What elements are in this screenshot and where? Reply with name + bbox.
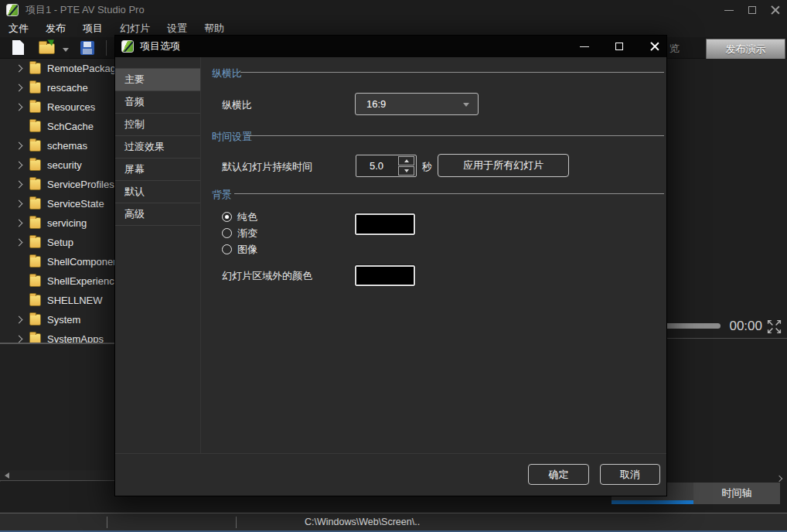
folder-tree: RemotePackages rescache Resources SchCac… bbox=[0, 59, 118, 343]
radio-option[interactable]: 纯色 bbox=[222, 209, 257, 225]
project-options-dialog: 项目选项 主要音频控制过渡效果屏幕默认高级 纵横比 纵横比 16:9 时间设置 … bbox=[114, 35, 667, 496]
tree-item[interactable]: RemotePackages bbox=[0, 59, 118, 78]
tree-item[interactable]: SystemApps bbox=[0, 329, 118, 343]
outside-color-swatch[interactable] bbox=[355, 265, 415, 286]
duration-value[interactable]: 5.0 bbox=[356, 155, 397, 176]
radio-icon[interactable] bbox=[222, 212, 232, 222]
fullscreen-icon[interactable] bbox=[766, 319, 782, 336]
spinner-up-button[interactable] bbox=[398, 156, 414, 165]
close-button[interactable] bbox=[764, 2, 787, 19]
tree-item-label: servicing bbox=[47, 217, 87, 229]
minimize-button[interactable] bbox=[717, 2, 741, 19]
toolbar-separator bbox=[106, 40, 107, 56]
maximize-icon bbox=[748, 6, 756, 14]
folder-icon bbox=[29, 275, 41, 287]
dialog-tab[interactable]: 控制 bbox=[115, 114, 200, 136]
menu-item[interactable]: 项目 bbox=[74, 20, 111, 37]
outside-color-label: 幻灯片区域外的颜色 bbox=[222, 269, 312, 283]
folder-icon bbox=[29, 82, 41, 94]
dialog-maximize-button[interactable] bbox=[607, 38, 632, 55]
chevron-right-icon[interactable] bbox=[15, 104, 23, 111]
menu-item[interactable]: 文件 bbox=[0, 20, 37, 37]
dialog-logo-icon bbox=[121, 40, 134, 53]
chevron-right-icon[interactable] bbox=[15, 181, 23, 189]
chevron-right-icon[interactable] bbox=[15, 142, 23, 150]
tree-item[interactable]: SHELLNEW bbox=[0, 291, 118, 310]
tree-item[interactable]: Resources bbox=[0, 97, 118, 117]
tree-item[interactable]: ShellComponents bbox=[0, 252, 118, 271]
tree-item-label: security bbox=[47, 159, 82, 171]
folder-icon bbox=[29, 295, 41, 306]
tree-item[interactable]: rescache bbox=[0, 78, 118, 97]
maximize-button[interactable] bbox=[741, 2, 764, 19]
minimize-icon bbox=[580, 46, 589, 47]
folder-icon bbox=[29, 256, 41, 268]
tree-item-label: ShellComponents bbox=[47, 256, 118, 268]
radio-icon[interactable] bbox=[222, 228, 232, 238]
aspect-ratio-label: 纵横比 bbox=[222, 98, 252, 112]
window-title: 项目1 - PTE AV Studio Pro bbox=[26, 3, 145, 17]
tree-item[interactable]: SchCache bbox=[0, 117, 118, 136]
dialog-tab[interactable]: 主要 bbox=[115, 69, 200, 91]
close-icon bbox=[650, 42, 659, 51]
folder-icon bbox=[29, 63, 41, 74]
tree-item[interactable]: ServiceProfiles bbox=[0, 175, 118, 194]
tree-item[interactable]: ShellExperiences bbox=[0, 271, 118, 291]
tree-item[interactable]: System bbox=[0, 310, 118, 329]
dialog-tab[interactable]: 过渡效果 bbox=[115, 136, 200, 159]
tree-item-label: ShellExperiences bbox=[47, 275, 118, 287]
timeline-view-button[interactable]: 时间轴 bbox=[693, 483, 780, 504]
time-display: 00:00 bbox=[725, 319, 762, 334]
tree-item[interactable]: security bbox=[0, 155, 118, 175]
ok-button[interactable]: 确定 bbox=[528, 464, 589, 485]
spinner-down-button[interactable] bbox=[398, 166, 414, 176]
dialog-tab[interactable]: 默认 bbox=[115, 181, 200, 203]
duration-spinner[interactable]: 5.0 bbox=[356, 155, 417, 177]
chevron-right-icon[interactable] bbox=[15, 220, 23, 227]
horizontal-scrollbar[interactable] bbox=[0, 470, 118, 480]
chevron-right-icon[interactable] bbox=[15, 162, 23, 169]
tree-item-label: SystemApps bbox=[47, 333, 104, 343]
radio-label: 渐变 bbox=[237, 227, 257, 240]
app-window: 项目1 - PTE AV Studio Pro 文件发布项目幻灯片设置帮助 览 … bbox=[0, 0, 787, 532]
chevron-right-icon[interactable] bbox=[15, 84, 23, 92]
section-header-aspect: 纵横比 bbox=[212, 66, 242, 80]
dialog-tab[interactable]: 高级 bbox=[115, 203, 200, 226]
radio-option[interactable]: 渐变 bbox=[222, 225, 257, 241]
tree-item[interactable]: ServiceState bbox=[0, 194, 118, 213]
folder-icon bbox=[29, 140, 41, 152]
dialog-tab[interactable]: 音频 bbox=[115, 91, 200, 114]
default-duration-label: 默认幻灯片持续时间 bbox=[222, 160, 312, 174]
tree-item[interactable]: servicing bbox=[0, 213, 118, 233]
cancel-button[interactable]: 取消 bbox=[600, 464, 660, 485]
tree-item-label: Resources bbox=[47, 101, 95, 113]
dialog-tab[interactable]: 屏幕 bbox=[115, 159, 200, 181]
dialog-title: 项目选项 bbox=[140, 39, 180, 53]
new-project-icon[interactable] bbox=[12, 40, 24, 55]
tree-item[interactable]: Setup bbox=[0, 233, 118, 252]
apply-to-all-slides-button[interactable]: 应用于所有幻灯片 bbox=[438, 154, 569, 177]
folder-icon bbox=[29, 333, 41, 343]
radio-option[interactable]: 图像 bbox=[222, 241, 257, 257]
chevron-right-icon[interactable] bbox=[15, 65, 23, 73]
publish-show-button[interactable]: 发布演示 bbox=[706, 39, 785, 60]
menu-item[interactable]: 发布 bbox=[37, 20, 74, 37]
save-icon[interactable] bbox=[80, 41, 94, 55]
tree-item-label: SHELLNEW bbox=[47, 295, 103, 306]
chevron-right-icon[interactable] bbox=[15, 316, 23, 324]
preview-button-clipped[interactable]: 览 bbox=[669, 42, 680, 56]
chevron-right-icon[interactable] bbox=[15, 200, 23, 208]
scroll-left-icon[interactable] bbox=[5, 472, 9, 479]
tree-item[interactable]: schemas bbox=[0, 136, 118, 155]
dialog-close-button[interactable] bbox=[642, 38, 667, 55]
radio-icon[interactable] bbox=[222, 244, 232, 254]
tree-item-label: Setup bbox=[47, 237, 73, 248]
open-dropdown-caret-icon[interactable] bbox=[63, 48, 69, 52]
chevron-right-icon[interactable] bbox=[15, 239, 23, 247]
solid-color-swatch[interactable] bbox=[355, 213, 415, 235]
aspect-ratio-value: 16:9 bbox=[366, 98, 386, 110]
section-line bbox=[234, 193, 664, 194]
dialog-minimize-button[interactable] bbox=[572, 38, 597, 55]
aspect-ratio-select[interactable]: 16:9 bbox=[355, 93, 479, 115]
chevron-right-icon[interactable] bbox=[15, 336, 23, 343]
